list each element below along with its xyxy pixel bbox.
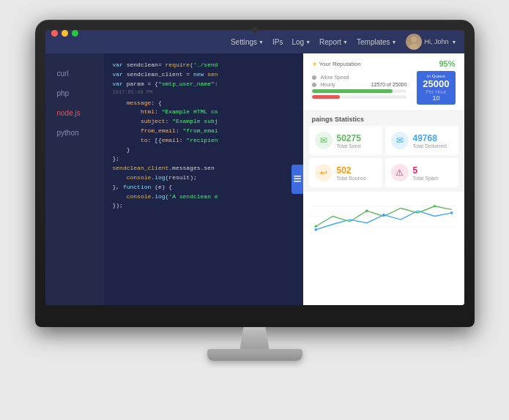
progress-green-bar	[312, 89, 407, 93]
code-line-1: var sendclean= require('./send	[113, 61, 294, 70]
bounce-icon: ↩	[315, 164, 332, 181]
code-line-11: sendclean_client.messages.sen	[113, 164, 294, 173]
line-chart	[309, 196, 458, 236]
spam-icon: ⚠	[391, 164, 409, 181]
spam-num: 5	[413, 165, 439, 176]
code-line-5: html: "Example HTML co	[113, 108, 294, 117]
chart-area	[303, 192, 464, 305]
bounce-num: 502	[337, 165, 366, 176]
nav-items: Settings ▼ IPs Log ▼ Report ▼	[231, 34, 457, 50]
delivered-info: 49768 Total Delivered	[413, 133, 447, 149]
spam-info: 5 Total Spam	[413, 165, 439, 181]
navbar: Settings ▼ IPs Log ▼ Report ▼	[45, 30, 464, 53]
sidebar-item-php[interactable]: php	[45, 83, 104, 103]
send-info: 50275 Total Send	[337, 133, 361, 149]
per-hour-label: Per Hour	[423, 89, 449, 94]
nav-ips[interactable]: IPs	[272, 38, 283, 46]
delivered-num: 49768	[413, 133, 447, 143]
code-line-14: console.log('A sendclean e	[113, 192, 294, 202]
rep-header: ★ Your Reputation 95%	[312, 59, 456, 68]
code-line-2: var sendclean_client = new sen	[113, 70, 294, 80]
nav-report[interactable]: Report ▼	[319, 38, 348, 46]
code-line-3: var param = {"smtp_user_name":	[113, 80, 294, 89]
progress-red-fill	[312, 95, 341, 99]
timestamp-line: 2017:05:40 PM	[113, 89, 294, 97]
progress-green-fill	[312, 89, 393, 93]
dot-2	[365, 209, 368, 212]
traffic-light-green[interactable]	[72, 30, 78, 37]
svg-rect-3	[294, 179, 301, 180]
traffic-light-red[interactable]	[51, 30, 58, 37]
settings-arrow-icon: ▼	[259, 40, 264, 45]
dot-1	[314, 225, 317, 228]
stat-card-send: ✉ 50275 Total Send	[309, 126, 382, 155]
nav-log[interactable]: Log ▼	[291, 38, 311, 46]
sidebar: curl php node.js python	[45, 53, 104, 305]
rep-percent: 95%	[439, 59, 455, 68]
code-line-7: from_email: "from_emai	[113, 127, 294, 136]
dot-5	[382, 214, 385, 217]
code-line-8: to: [{email: "recipien	[113, 136, 294, 146]
nav-settings[interactable]: Settings ▼	[231, 38, 264, 46]
monitor-neck	[237, 327, 273, 349]
scroll-indicator[interactable]	[291, 165, 303, 194]
reputation-section: ★ Your Reputation 95% Allow Speed	[303, 53, 464, 111]
code-line-4: message: {	[113, 99, 294, 108]
traffic-lights	[51, 30, 78, 37]
delivered-icon: ✉	[391, 132, 409, 149]
in-queue-sub: 10	[423, 94, 449, 102]
sidebar-item-python[interactable]: python	[45, 123, 104, 143]
hourly-row: Hourly 12570 of 25000	[312, 82, 407, 87]
in-queue-box: In Queue 25000 Per Hour 10	[417, 71, 455, 105]
templates-arrow-icon: ▼	[392, 40, 397, 45]
code-line-9: }	[113, 146, 294, 155]
sidebar-item-curl[interactable]: curl	[45, 64, 104, 83]
dot-6	[450, 211, 453, 214]
code-line-6: subject: "Example subj	[113, 117, 294, 127]
trophy-icon: ★	[312, 61, 317, 67]
speed-dot	[312, 75, 316, 80]
svg-rect-4	[294, 181, 301, 182]
user-menu[interactable]: Hi, John ▼	[406, 34, 457, 50]
avatar	[406, 34, 422, 50]
user-arrow-icon: ▼	[452, 40, 457, 45]
nav-templates[interactable]: Templates ▼	[357, 38, 397, 46]
svg-point-0	[411, 37, 417, 42]
user-name: Hi, John	[425, 38, 449, 45]
stats-grid: ✉ 50275 Total Send ✉	[303, 126, 464, 192]
code-line-12: console.log(result);	[113, 173, 294, 183]
send-icon: ✉	[315, 132, 332, 149]
log-arrow-icon: ▼	[305, 40, 311, 45]
progress-red-bar	[312, 95, 407, 99]
speed-row: Allow Speed Hourly 12570 of 25000	[312, 71, 456, 105]
code-line-13: }, function (e) {	[113, 183, 294, 192]
speed-info: Allow Speed Hourly 12570 of 25000	[312, 75, 407, 101]
code-line-15: });	[113, 201, 294, 211]
screen: Settings ▼ IPs Log ▼ Report ▼	[45, 30, 464, 305]
allow-speed-row: Allow Speed	[312, 75, 407, 80]
code-line-10: };	[113, 154, 294, 164]
hourly-dot	[312, 83, 316, 87]
stat-card-spam: ⚠ 5 Total Spam	[385, 158, 458, 187]
svg-point-1	[409, 44, 418, 50]
code-panel: var sendclean= require('./send var sendc…	[104, 53, 303, 305]
svg-rect-2	[294, 176, 301, 177]
dot-4	[314, 228, 317, 231]
monitor-base	[207, 349, 302, 361]
send-num: 50275	[337, 133, 361, 143]
send-label: Total Send	[337, 143, 361, 149]
stat-card-bounce: ↩ 502 Total Bounce	[309, 158, 382, 187]
spam-label: Total Spam	[413, 176, 439, 181]
monitor-wrapper: Settings ▼ IPs Log ▼ Report ▼	[28, 20, 482, 400]
campaigns-title: paings Statistics	[303, 111, 464, 126]
main-content: curl php node.js python var sendclea	[45, 53, 464, 305]
traffic-light-yellow[interactable]	[62, 30, 68, 37]
right-panel: ★ Your Reputation 95% Allow Speed	[303, 53, 464, 305]
monitor-outer: Settings ▼ IPs Log ▼ Report ▼	[35, 20, 475, 327]
stat-card-delivered: ✉ 49768 Total Delivered	[385, 126, 458, 155]
bounce-label: Total Bounce	[337, 176, 366, 181]
report-arrow-icon: ▼	[343, 40, 348, 45]
sidebar-item-nodejs[interactable]: node.js	[45, 103, 104, 123]
delivered-label: Total Delivered	[413, 143, 447, 149]
dot-3	[433, 205, 436, 208]
